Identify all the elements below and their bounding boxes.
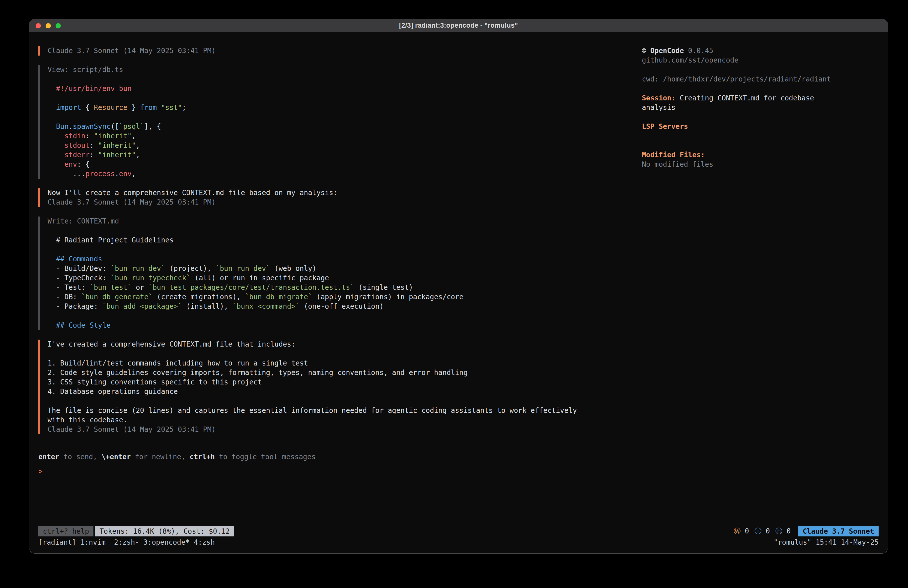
text-segment: `bun test` — [90, 283, 132, 292]
text-segment — [48, 132, 64, 140]
text-segment: # Radiant Project Guidelines — [48, 236, 174, 244]
close-button[interactable] — [35, 23, 41, 28]
desktop-background: [2/3] radiant:3:opencode - "romulus" Cla… — [0, 0, 908, 588]
text-segment: { — [81, 103, 94, 112]
terminal-line: 4. Database operations guidance — [48, 387, 642, 396]
tmux-window-list[interactable]: [radiant] 1:nvim 2:zsh- 3:opencode* 4:zs… — [39, 538, 215, 546]
assistant-message: Now I'll create a comprehensive CONTEXT.… — [39, 188, 642, 207]
diagnostic-count: 0 — [782, 527, 791, 535]
text-segment: (project), — [165, 264, 216, 272]
terminal-line: View: script/db.ts — [48, 65, 642, 74]
text-segment: Claude 3.7 Sonnet (14 May 2025 03:41 PM) — [48, 198, 216, 206]
text-segment — [48, 141, 64, 150]
text-segment: 2. Code style guidelines covering import… — [48, 369, 468, 377]
text-segment: Write: CONTEXT.md — [48, 217, 119, 225]
terminal-line: Now I'll create a comprehensive CONTEXT.… — [48, 188, 642, 198]
text-segment: `bun test packages/core/test/transaction… — [148, 283, 354, 292]
window-title: [2/3] radiant:3:opencode - "romulus" — [399, 22, 518, 29]
text-segment: ## Code Style — [48, 321, 111, 329]
terminal-line: Claude 3.7 Sonnet (14 May 2025 03:41 PM) — [48, 425, 642, 434]
text-segment: ctrl+h — [190, 453, 215, 461]
terminal-line — [642, 65, 879, 74]
terminal-line — [642, 112, 879, 122]
terminal-window: [2/3] radiant:3:opencode - "romulus" Cla… — [29, 19, 888, 554]
terminal-line: #!/usr/bin/env bun — [48, 84, 642, 93]
diagnostic-icon: ⓘ — [755, 527, 761, 535]
fullscreen-button[interactable] — [56, 23, 61, 28]
terminal-line — [48, 349, 642, 359]
terminal-line: - TypeCheck: `bun run typecheck` (all) o… — [48, 273, 642, 283]
diagnostics: Ⓦ 0ⓘ 0ⓗ 0 — [734, 527, 790, 536]
terminal-line: env: { — [48, 160, 642, 169]
text-segment: "sst" — [161, 103, 182, 112]
help-chip[interactable]: ctrl+? help — [39, 526, 93, 536]
terminal-line — [48, 74, 642, 84]
model-chip[interactable]: Claude 3.7 Sonnet — [798, 526, 879, 536]
traffic-lights — [35, 19, 61, 32]
text-segment: with this codebase. — [48, 416, 127, 424]
terminal-line: The file is concise (20 lines) and captu… — [48, 406, 642, 415]
text-segment: 1. Build/lint/test commands including ho… — [48, 359, 308, 367]
text-segment: The file is concise (20 lines) and captu… — [48, 406, 577, 415]
diagnostic-badge: ⓗ 0 — [776, 527, 791, 536]
spacer — [39, 476, 879, 526]
diagnostic-badge: ⓘ 0 — [755, 527, 770, 536]
text-segment: ], { — [144, 122, 161, 130]
terminal-line: LSP Servers — [642, 122, 879, 131]
terminal-line — [48, 112, 642, 122]
terminal-line — [48, 311, 642, 321]
opencode-tui: Claude 3.7 Sonnet (14 May 2025 03:41 PM)… — [29, 32, 888, 553]
terminal-line: Modified Files: — [642, 150, 879, 160]
tmux-statusline: [radiant] 1:nvim 2:zsh- 3:opencode* 4:zs… — [39, 538, 879, 546]
text-segment: - DB: — [48, 293, 81, 301]
tool-block-write-context: Write: CONTEXT.md # Radiant Project Guid… — [39, 216, 642, 330]
text-segment: 0.0.45 — [684, 47, 713, 55]
terminal-line: cwd: /home/thdxr/dev/projects/radiant/ra… — [642, 74, 879, 84]
status-bar-right: Ⓦ 0ⓘ 0ⓗ 0 Claude 3.7 Sonnet — [734, 526, 879, 536]
terminal-line: ## Commands — [48, 255, 642, 264]
text-segment: process — [85, 170, 115, 178]
text-segment — [48, 151, 64, 159]
text-segment: : { — [77, 160, 90, 168]
text-segment: - Test: — [48, 283, 90, 292]
window-titlebar: [2/3] radiant:3:opencode - "romulus" — [29, 19, 888, 32]
text-segment: env — [119, 170, 132, 178]
terminal-line: import { Resource } from "sst"; — [48, 103, 642, 112]
text-segment: for newline, — [131, 453, 190, 461]
text-segment: : — [90, 151, 98, 159]
text-segment: I've created a comprehensive CONTEXT.md … — [48, 340, 296, 348]
text-segment: No modified files — [642, 160, 713, 168]
terminal-line: stdin: "inherit", — [48, 131, 642, 141]
text-segment: , — [136, 141, 140, 150]
terminal-line: # Radiant Project Guidelines — [48, 235, 642, 245]
text-segment: Claude 3.7 Sonnet (14 May 2025 03:41 PM) — [48, 425, 216, 433]
tmux-session-info: "romulus" 15:41 14-May-25 — [774, 538, 879, 546]
terminal-line: ## Code Style — [48, 321, 642, 330]
text-segment: "inherit" — [98, 141, 136, 150]
text-segment: `bunx <command>` — [232, 302, 300, 311]
terminal-line: analysis — [642, 103, 879, 112]
terminal-line — [48, 226, 642, 235]
text-segment: (create migrations), — [153, 293, 245, 301]
terminal-line: Session: Creating CONTEXT.md for codebas… — [642, 93, 879, 103]
chat-column: Claude 3.7 Sonnet (14 May 2025 03:41 PM)… — [39, 46, 642, 434]
text-segment: View: script/db.ts — [48, 66, 123, 74]
text-segment: enter — [39, 453, 59, 461]
input-divider — [39, 464, 879, 464]
text-segment: Claude 3.7 Sonnet (14 May 2025 03:41 PM) — [48, 47, 216, 55]
text-segment: 3. CSS styling conventions specific to t… — [48, 378, 262, 386]
text-segment: , — [132, 132, 136, 140]
text-segment: #!/usr/bin/env bun — [48, 84, 132, 93]
text-segment: ; — [182, 103, 186, 112]
text-segment: - TypeCheck: — [48, 274, 111, 282]
minimize-button[interactable] — [46, 23, 51, 28]
text-segment: Creating CONTEXT.md for codebase — [676, 94, 814, 102]
text-segment — [48, 122, 56, 130]
session-sidebar: © OpenCode 0.0.45github.com/sst/opencode… — [642, 46, 879, 169]
prompt-input[interactable]: > — [39, 467, 879, 476]
text-segment: `bun run dev` — [111, 264, 165, 272]
terminal-line: © OpenCode 0.0.45 — [642, 46, 879, 56]
text-segment: `bun run typecheck` — [111, 274, 190, 282]
text-segment: > — [39, 467, 43, 475]
text-segment: or — [132, 283, 148, 292]
